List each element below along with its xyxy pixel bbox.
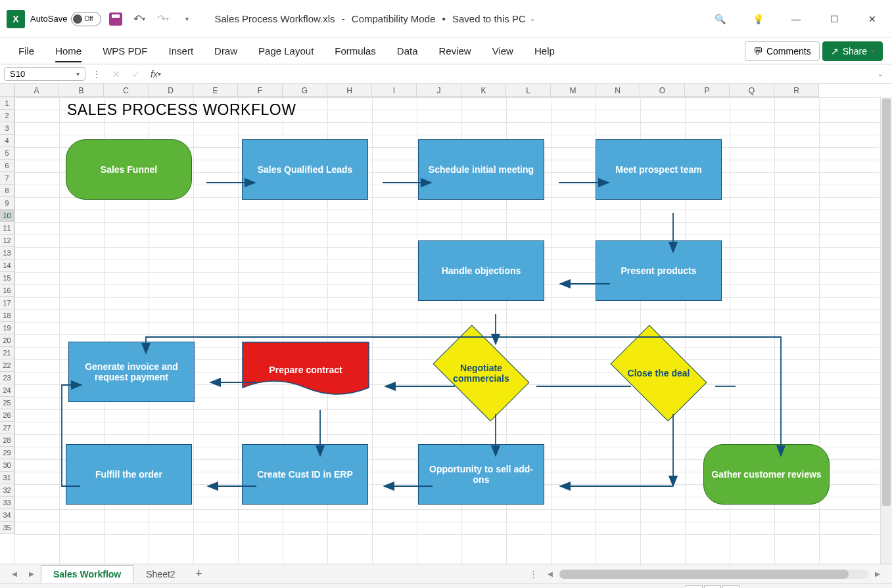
toggle-switch[interactable]: Off xyxy=(71,12,101,26)
row-header-24[interactable]: 24 xyxy=(0,384,14,397)
row-header-11[interactable]: 11 xyxy=(0,222,14,235)
col-header-I[interactable]: I xyxy=(372,84,417,97)
shape-meet-prospect[interactable]: Meet prospect team xyxy=(596,139,722,200)
normal-view-button[interactable]: ▦ xyxy=(686,585,703,588)
shape-schedule-meeting[interactable]: Schedule initial meeting xyxy=(418,139,544,200)
col-header-R[interactable]: R xyxy=(774,84,819,97)
vertical-scrollbar[interactable] xyxy=(880,97,892,564)
minimize-button[interactable]: — xyxy=(783,6,809,32)
ribbon-tab-page-layout[interactable]: Page Layout xyxy=(249,40,323,62)
document-title[interactable]: Sales Process Workflow.xls - Compatibili… xyxy=(214,13,534,24)
name-box[interactable]: S10 ▾ xyxy=(4,67,85,81)
row-header-9[interactable]: 9 xyxy=(0,197,14,210)
row-header-4[interactable]: 4 xyxy=(0,135,14,147)
row-header-27[interactable]: 27 xyxy=(0,422,14,434)
undo-button[interactable]: ↶▾ xyxy=(130,10,149,28)
col-header-F[interactable]: F xyxy=(238,84,283,97)
col-header-Q[interactable]: Q xyxy=(730,84,774,97)
row-header-34[interactable]: 34 xyxy=(0,509,14,522)
spreadsheet-grid[interactable]: ABCDEFGHIJKLMNOPQR 123456789101112131415… xyxy=(0,84,892,564)
row-header-10[interactable]: 10 xyxy=(0,210,14,222)
ribbon-tab-view[interactable]: View xyxy=(483,40,523,62)
shape-generate-invoice[interactable]: Generate invoice and request payment xyxy=(68,342,195,402)
hscroll-left[interactable]: ◄ xyxy=(542,566,558,582)
col-header-D[interactable]: D xyxy=(149,84,193,97)
row-header-16[interactable]: 16 xyxy=(0,284,14,297)
row-header-23[interactable]: 23 xyxy=(0,372,14,384)
row-header-30[interactable]: 30 xyxy=(0,459,14,472)
ribbon-tab-help[interactable]: Help xyxy=(525,40,564,62)
row-header-28[interactable]: 28 xyxy=(0,434,14,447)
scrollbar-thumb[interactable] xyxy=(559,570,849,579)
row-header-8[interactable]: 8 xyxy=(0,185,14,197)
row-header-15[interactable]: 15 xyxy=(0,272,14,284)
formula-input[interactable] xyxy=(167,67,870,81)
sheet-nav-prev[interactable]: ◄ xyxy=(7,566,22,582)
row-header-25[interactable]: 25 xyxy=(0,397,14,409)
col-header-L[interactable]: L xyxy=(506,84,551,97)
row-header-12[interactable]: 12 xyxy=(0,235,14,247)
sheet-tab-sales-workflow[interactable]: Sales Workflow xyxy=(41,565,133,583)
col-header-M[interactable]: M xyxy=(551,84,596,97)
page-break-button[interactable]: ⊞ xyxy=(722,585,739,588)
row-header-32[interactable]: 32 xyxy=(0,484,14,497)
row-header-33[interactable]: 33 xyxy=(0,497,14,509)
shape-gather-reviews[interactable]: Gather customer reviews xyxy=(703,444,830,505)
col-header-P[interactable]: P xyxy=(685,84,730,97)
row-header-31[interactable]: 31 xyxy=(0,472,14,484)
namebox-more-button[interactable]: ⋮ xyxy=(88,67,105,81)
col-header-A[interactable]: A xyxy=(14,84,59,97)
shape-present-products[interactable]: Present products xyxy=(596,240,722,301)
col-header-J[interactable]: J xyxy=(417,84,461,97)
comments-button[interactable]: 💬︎ Comments xyxy=(745,41,820,61)
sheet-options-button[interactable]: ⋮ xyxy=(525,566,541,582)
row-header-2[interactable]: 2 xyxy=(0,110,14,122)
row-header-22[interactable]: 22 xyxy=(0,359,14,372)
row-header-14[interactable]: 14 xyxy=(0,260,14,272)
ribbon-tab-formulas[interactable]: Formulas xyxy=(325,40,385,62)
shape-close-deal[interactable]: Close the deal xyxy=(618,346,699,401)
enter-formula-button[interactable]: ✓ xyxy=(128,67,145,81)
shape-handle-objections[interactable]: Handle objections xyxy=(418,240,544,301)
col-header-E[interactable]: E xyxy=(193,84,238,97)
row-header-21[interactable]: 21 xyxy=(0,347,14,359)
col-header-G[interactable]: G xyxy=(283,84,327,97)
row-header-26[interactable]: 26 xyxy=(0,409,14,422)
ribbon-tab-file[interactable]: File xyxy=(9,40,43,62)
ribbon-tab-wps-pdf[interactable]: WPS PDF xyxy=(93,40,156,62)
hscroll-right[interactable]: ► xyxy=(870,566,885,582)
save-button[interactable] xyxy=(106,10,125,28)
row-header-35[interactable]: 35 xyxy=(0,522,14,534)
row-header-18[interactable]: 18 xyxy=(0,309,14,322)
redo-button[interactable]: ↷▾ xyxy=(154,10,172,28)
row-header-1[interactable]: 1 xyxy=(0,97,14,110)
sheet-tab-sheet2[interactable]: Sheet2 xyxy=(133,565,187,583)
sheet-nav-next[interactable]: ► xyxy=(24,566,39,582)
scrollbar-thumb[interactable] xyxy=(882,99,891,506)
column-headers[interactable]: ABCDEFGHIJKLMNOPQR xyxy=(14,84,819,97)
shape-fulfill-order[interactable]: Fulfill the order xyxy=(66,444,192,505)
shape-sales-funnel[interactable]: Sales Funnel xyxy=(66,139,192,200)
row-header-19[interactable]: 19 xyxy=(0,322,14,334)
row-header-20[interactable]: 20 xyxy=(0,334,14,347)
search-button[interactable]: 🔍 xyxy=(707,6,733,32)
row-headers[interactable]: 1234567891011121314151617181920212223242… xyxy=(0,97,14,534)
shape-sales-qualified-leads[interactable]: Sales Qualified Leads xyxy=(242,139,368,200)
row-header-7[interactable]: 7 xyxy=(0,172,14,185)
shape-prepare-contract[interactable]: Prepare contract xyxy=(242,342,369,398)
ribbon-tab-draw[interactable]: Draw xyxy=(205,40,246,62)
col-header-C[interactable]: C xyxy=(104,84,149,97)
autosave-toggle[interactable]: AutoSave Off xyxy=(30,12,101,26)
col-header-O[interactable]: O xyxy=(640,84,685,97)
add-sheet-button[interactable]: + xyxy=(189,567,209,581)
row-header-6[interactable]: 6 xyxy=(0,160,14,172)
cancel-formula-button[interactable]: ✕ xyxy=(108,67,125,81)
ribbon-tab-home[interactable]: Home xyxy=(46,40,91,62)
cells-canvas[interactable]: SALES PROCESS WORKFLOW Sales Funnel Sale… xyxy=(14,97,879,564)
ribbon-tab-review[interactable]: Review xyxy=(430,40,481,62)
row-header-5[interactable]: 5 xyxy=(0,147,14,160)
select-all-corner[interactable] xyxy=(0,84,14,97)
share-button[interactable]: ↗ Share ▾ xyxy=(822,41,883,61)
col-header-B[interactable]: B xyxy=(59,84,104,97)
qat-customize-button[interactable]: ▾ xyxy=(177,10,196,28)
